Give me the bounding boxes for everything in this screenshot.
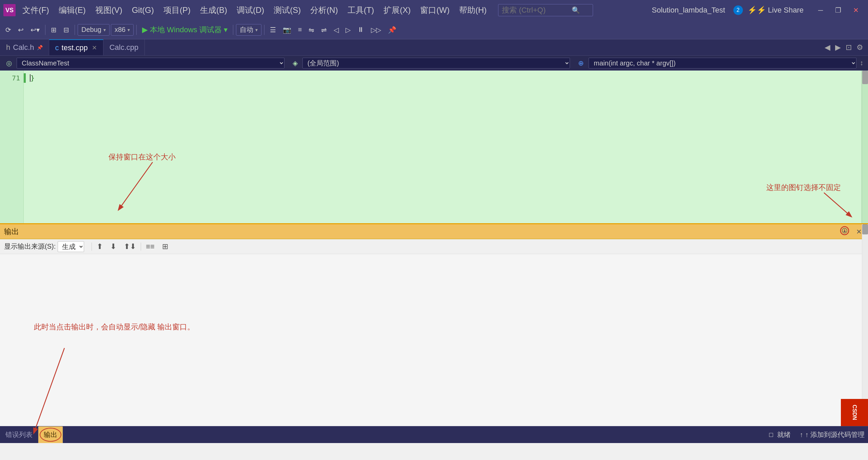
menu-project[interactable]: 项目(P)	[159, 0, 195, 20]
code-bracket: }	[31, 74, 35, 82]
run-label: 本地 Windows 调试器 ▾	[150, 25, 228, 35]
live-share-label: ⚡ Live Share	[757, 6, 804, 15]
output-btn-5[interactable]: ⊞	[159, 241, 171, 252]
save-all-button[interactable]: ⊟	[61, 23, 72, 36]
tab-settings[interactable]: ⚙	[855, 42, 865, 53]
bottom-tab-error-list[interactable]: 错误列表	[0, 426, 38, 443]
bottom-tab-output[interactable]: 输出	[38, 426, 63, 443]
status-ready: ☐ 就绪	[763, 430, 796, 439]
toolbar-btn-3[interactable]: ≡	[295, 23, 305, 36]
csdn-watermark: CSDN	[841, 399, 868, 426]
close-button[interactable]: ✕	[847, 0, 865, 20]
toolbar-sep-5	[264, 25, 264, 35]
minimize-button[interactable]: ─	[812, 0, 829, 20]
scope-dropdown[interactable]: (全局范围)	[302, 58, 570, 69]
source-control-label: ↑ 添加到源代码管理	[805, 430, 865, 439]
nav-member-icon: ⊕	[575, 58, 587, 69]
menu-window[interactable]: 窗口(W)	[415, 0, 454, 20]
toolbar-sep-2	[75, 25, 75, 35]
auto-hide-icon	[840, 226, 849, 235]
code-editor[interactable]: }	[26, 71, 861, 223]
tab-calccpp[interactable]: Calc.cpp	[103, 39, 145, 55]
output-btn-3[interactable]: ⬆⬇	[121, 241, 139, 252]
toolbar-btn-8[interactable]: ⏸	[355, 23, 367, 36]
tab-testcpp-label: test.cpp	[62, 43, 88, 52]
output-panel: 输出 ✕ 显示输出来源(S): 生成 调试	[0, 223, 868, 443]
output-btn-1[interactable]: ⬆	[94, 241, 105, 252]
menu-file[interactable]: 文件(F)	[18, 0, 54, 20]
bottom-bar: 错误列表 输出 ☐ 就绪 ↑ ↑ 添加到源代码管理	[0, 426, 868, 443]
output-scrollbar-thumb[interactable]	[862, 224, 868, 234]
toolbar-btn-9[interactable]: ▷▷	[368, 23, 384, 36]
line-71: 71	[0, 73, 23, 83]
menu-test[interactable]: 测试(S)	[269, 0, 305, 20]
tab-actions: ◀ ▶ ⊡ ⚙	[820, 42, 868, 53]
tab-scroll-left[interactable]: ◀	[823, 42, 832, 53]
toolbar-btn-4[interactable]: ⇋	[306, 23, 317, 36]
debug-config-arrow: ▾	[103, 27, 106, 33]
tab-testcpp-close[interactable]: ✕	[92, 44, 97, 52]
run-button[interactable]: ▶ 本地 Windows 调试器 ▾	[139, 24, 230, 36]
nav-expand[interactable]: ↕	[858, 59, 865, 67]
back-button[interactable]: ⟳	[3, 23, 14, 36]
debug-config-label: Debug	[81, 26, 101, 34]
output-source-select[interactable]: 生成 调试	[58, 241, 84, 252]
member-dropdown[interactable]: main(int argc, char * argv[])	[589, 58, 856, 69]
menu-edit[interactable]: 编辑(E)	[54, 0, 91, 20]
save-button[interactable]: ⊞	[48, 23, 59, 36]
menu-analyze[interactable]: 分析(N)	[305, 0, 342, 20]
toolbar-sep-1	[45, 25, 45, 35]
output-toolbar-sep-2	[141, 243, 141, 251]
source-control-icon: ↑	[800, 431, 803, 439]
search-input[interactable]	[502, 6, 570, 15]
nav-bar: ◎ ClassNameTest ◈ (全局范围) ⊕ main(int argc…	[0, 56, 868, 71]
tab-scroll-right[interactable]: ▶	[834, 42, 842, 53]
forward-button[interactable]: ↩	[15, 23, 26, 36]
output-pin-button[interactable]	[838, 225, 851, 238]
toolbar-btn-7[interactable]: ▷	[343, 23, 353, 36]
toolbar-btn-6[interactable]: ◁	[331, 23, 341, 36]
live-share-icon: ⚡	[748, 6, 757, 15]
run-icon: ▶	[142, 25, 148, 34]
menu-help[interactable]: 帮助(H)	[454, 0, 491, 20]
menu-view[interactable]: 视图(V)	[91, 0, 127, 20]
platform-dropdown[interactable]: x86 ▾	[111, 24, 134, 36]
tab-testcpp[interactable]: c test.cpp ✕	[49, 39, 103, 55]
output-content[interactable]: 此时当点击输出时，会自动显示/隐藏 输出窗口。	[0, 254, 868, 443]
debug-config-dropdown[interactable]: Debug ▾	[78, 24, 110, 36]
menu-build[interactable]: 生成(B)	[195, 0, 232, 20]
live-share-button[interactable]: ⚡ ⚡ Live Share	[743, 6, 808, 15]
tab-testcpp-icon: c	[55, 43, 59, 52]
output-toolbar: 显示输出来源(S): 生成 调试 ⬆ ⬇ ⬆⬇ ≡≡ ⊞	[0, 239, 868, 254]
toolbar-btn-1[interactable]: ☰	[267, 23, 279, 36]
restore-button[interactable]: ❐	[829, 0, 847, 20]
editor-area[interactable]: 71 } 保持窗口在这个大小	[0, 71, 868, 223]
run-mode-label: 自动	[240, 25, 253, 34]
editor-scrollbar-thumb[interactable]	[862, 71, 868, 84]
run-mode-dropdown[interactable]: 自动 ▾	[236, 24, 261, 36]
menu-git[interactable]: Git(G)	[127, 0, 159, 20]
tab-expand[interactable]: ⊡	[844, 42, 853, 53]
toolbar-btn-5[interactable]: ⇌	[318, 23, 330, 36]
output-btn-2[interactable]: ⬇	[107, 241, 119, 252]
code-line-71: }	[30, 73, 857, 83]
source-control-button[interactable]: ↑ ↑ 添加到源代码管理	[800, 430, 865, 439]
tab-calch[interactable]: h Calc.h 📌	[0, 39, 49, 55]
editor-scrollbar[interactable]	[862, 71, 868, 223]
line-numbers: 71	[0, 71, 24, 223]
nav-scope-icon: ◈	[289, 58, 301, 69]
status-area: ☐ 就绪 ↑ ↑ 添加到源代码管理	[763, 430, 868, 439]
tab-calch-label: Calc.h	[13, 43, 34, 52]
class-dropdown[interactable]: ClassNameTest	[17, 58, 284, 69]
notification-badge[interactable]: 2	[733, 5, 743, 15]
menu-tools[interactable]: 工具(T)	[343, 0, 379, 20]
toolbar-btn-10[interactable]: 📌	[385, 23, 399, 36]
menu-debug[interactable]: 调试(D)	[232, 0, 269, 20]
tab-calccpp-label: Calc.cpp	[110, 43, 139, 52]
search-box[interactable]: 🔍	[498, 4, 593, 16]
toolbar-sep-4	[233, 25, 233, 35]
menu-extensions[interactable]: 扩展(X)	[379, 0, 415, 20]
toolbar-btn-2[interactable]: 📷	[280, 23, 294, 36]
output-btn-4[interactable]: ≡≡	[143, 241, 157, 252]
undo-button[interactable]: ↩▾	[28, 23, 42, 36]
